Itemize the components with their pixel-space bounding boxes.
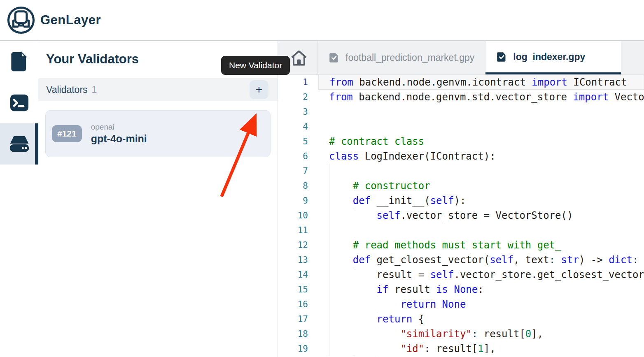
code-line-content: "id": result[1],: [318, 341, 644, 356]
sidebar-item-terminal[interactable]: [0, 82, 38, 123]
indent-guide: [329, 341, 329, 356]
file-icon: [10, 51, 28, 72]
drive-icon: [9, 135, 30, 153]
code-line-content: "similarity": result[0],: [318, 327, 644, 341]
code-line: 17 return {: [278, 312, 644, 327]
validator-card-list: #121openaigpt-4o-mini: [38, 110, 278, 157]
indent-guide: [329, 327, 329, 341]
indent-guide: [329, 253, 329, 267]
code-line: 11: [278, 223, 644, 238]
line-number: 16: [278, 297, 308, 312]
code-line: 12 # read methods must start with get_: [278, 238, 644, 253]
terminal-icon: [9, 94, 29, 112]
code-line: 15 if result is None:: [278, 282, 644, 297]
line-number: 15: [278, 282, 308, 297]
validator-model: gpt-4o-mini: [91, 133, 147, 145]
indent-guide: [329, 164, 329, 178]
editor-tabs: football_prediction_market.gpy log_index…: [318, 41, 621, 74]
validators-section-label: Validators: [46, 84, 88, 95]
indent-guide: [329, 223, 329, 238]
tab-label: football_prediction_market.gpy: [345, 52, 474, 63]
line-number: 13: [278, 253, 308, 267]
line-number: 8: [278, 178, 308, 193]
code-line: 7: [278, 164, 644, 178]
code-area[interactable]: 1from backend.node.genvm.icontract impor…: [278, 75, 644, 357]
indent-guide: [353, 223, 353, 238]
line-number: 5: [278, 134, 308, 149]
validator-provider: openai: [91, 123, 147, 132]
code-line-content: [318, 104, 644, 119]
code-line-content: # contract class: [318, 134, 644, 149]
line-number: 11: [278, 223, 308, 238]
editor-tab-football_prediction_market-gpy[interactable]: football_prediction_market.gpy: [318, 41, 485, 74]
code-line: 3: [278, 104, 644, 119]
line-number: 12: [278, 238, 308, 253]
indent-guide: [353, 327, 353, 341]
indent-guide: [329, 238, 329, 253]
indent-guide: [377, 327, 377, 341]
code-line: 13 def get_closest_vector(self, text: st…: [278, 253, 644, 267]
indent-guide: [329, 178, 329, 193]
editor-tab-bar: football_prediction_market.gpy log_index…: [278, 41, 644, 75]
line-number: 7: [278, 164, 308, 178]
code-line-content: result = self.vector_store.get_closest_v…: [318, 267, 644, 282]
code-line-content: [318, 223, 644, 238]
code-line-content: # read methods must start with get_: [318, 238, 644, 253]
code-line: 10 self.vector_store = VectorStore(): [278, 208, 644, 223]
code-line: 4: [278, 119, 644, 134]
code-line-content: from backend.node.genvm.std.vector_store…: [318, 90, 644, 104]
code-line-content: self.vector_store = VectorStore(): [318, 208, 644, 223]
indent-guide: [329, 267, 329, 282]
code-line: 19 "id": result[1],: [278, 341, 644, 356]
line-number: 2: [278, 90, 308, 104]
validator-meta: openaigpt-4o-mini: [91, 123, 147, 145]
file-check-icon: [329, 52, 340, 63]
app-header: GenLayer: [0, 0, 644, 41]
code-line-content: [318, 119, 644, 134]
indent-guide: [329, 297, 329, 312]
code-line-content: # constructor: [318, 178, 644, 193]
file-check-icon: [496, 51, 507, 63]
validators-panel: Your Validators Validators 1 + #121opena…: [38, 41, 278, 357]
line-number: 1: [278, 75, 308, 90]
validators-count: 1: [92, 84, 97, 95]
line-number: 9: [278, 193, 308, 208]
code-line: 8 # constructor: [278, 178, 644, 193]
indent-guide: [377, 297, 377, 312]
line-number: 10: [278, 208, 308, 223]
brand-name: GenLayer: [40, 13, 101, 28]
line-number: 19: [278, 341, 308, 356]
editor-tab-log_indexer-gpy[interactable]: log_indexer.gpy: [485, 41, 621, 74]
code-line: 18 "similarity": result[0],: [278, 327, 644, 341]
sidebar-item-validators[interactable]: [0, 123, 38, 165]
indent-guide: [353, 312, 353, 327]
validator-id-badge: #121: [52, 125, 82, 142]
indent-guide: [353, 208, 353, 223]
line-number: 3: [278, 104, 308, 119]
indent-guide: [353, 341, 353, 356]
validator-card[interactable]: #121openaigpt-4o-mini: [45, 110, 271, 157]
line-number: 17: [278, 312, 308, 327]
code-line-content: def __init__(self):: [318, 193, 644, 208]
line-number: 14: [278, 267, 308, 282]
genlayer-logo-icon: [6, 5, 36, 35]
line-number: 4: [278, 119, 308, 134]
indent-guide: [329, 312, 329, 327]
line-number: 6: [278, 149, 308, 164]
new-validator-button[interactable]: +: [250, 80, 268, 99]
code-line-content: class LogIndexer(IContract):: [318, 149, 644, 164]
line-number: 18: [278, 327, 308, 341]
left-icon-rail: [0, 41, 38, 357]
indent-guide: [377, 341, 377, 356]
code-line: 1from backend.node.genvm.icontract impor…: [278, 75, 644, 90]
code-line-content: [318, 164, 644, 178]
indent-guide: [329, 208, 329, 223]
code-line: 2from backend.node.genvm.std.vector_stor…: [278, 90, 644, 104]
indent-guide: [353, 282, 353, 297]
sidebar-item-contracts[interactable]: [0, 41, 38, 82]
code-line: 16 return None: [278, 297, 644, 312]
home-icon[interactable]: [289, 48, 308, 68]
code-line-content: return {: [318, 312, 644, 327]
indent-guide: [353, 297, 353, 312]
code-line-content: def get_closest_vector(self, text: str) …: [318, 253, 644, 267]
